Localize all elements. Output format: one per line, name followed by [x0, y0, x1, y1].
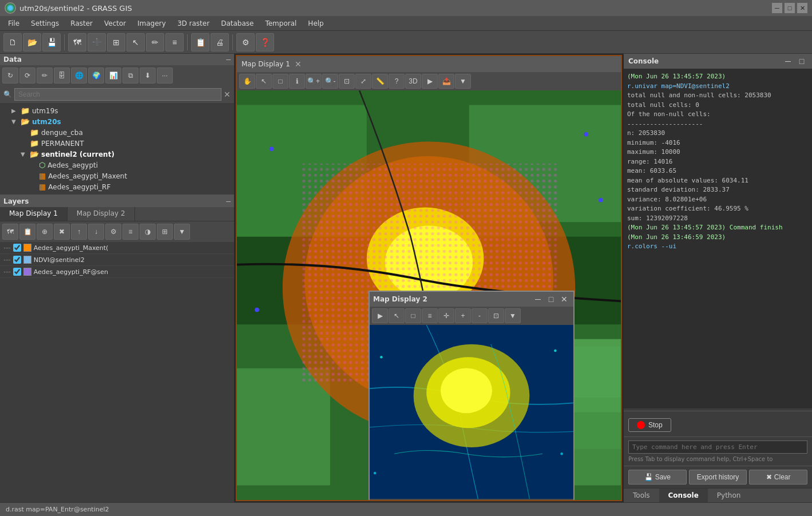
tree-item-utm20s[interactable]: ▼ 📂 utm20s — [0, 116, 234, 127]
map1-more-btn[interactable]: ▼ — [455, 74, 471, 89]
map1-pointer-btn[interactable]: ↖ — [256, 74, 272, 89]
map1-info-btn[interactable]: ℹ — [289, 74, 305, 89]
tab-tools[interactable]: Tools — [624, 489, 659, 502]
layer-settings-btn[interactable]: ⚙ — [105, 224, 121, 240]
reload-btn[interactable]: ⟳ — [19, 68, 35, 84]
digitize-btn[interactable]: ✏ — [146, 33, 164, 51]
attribute-btn[interactable]: ≡ — [165, 33, 184, 51]
globe2-btn[interactable]: 🌍 — [88, 68, 104, 84]
layer-opacity-btn[interactable]: ◑ — [140, 224, 156, 240]
add-layer-btn[interactable]: ➕ — [88, 33, 106, 51]
map2-extent-btn[interactable]: ⊡ — [488, 308, 504, 323]
move-down-btn[interactable]: ↓ — [88, 224, 104, 240]
tree-item-permanent[interactable]: 📁 PERMANENT — [0, 138, 234, 149]
clear-button[interactable]: ✖ Clear — [749, 470, 807, 485]
globe1-btn[interactable]: 🌐 — [71, 68, 87, 84]
menu-3draster[interactable]: 3D raster — [172, 18, 215, 29]
help-btn[interactable]: ❓ — [256, 33, 274, 51]
tree-item-aedes-maxent[interactable]: ▦ Aedes_aegypti_Maxent — [0, 170, 234, 181]
map2-render-btn[interactable]: ▶ — [372, 308, 388, 323]
import-btn[interactable]: ⬇ — [140, 68, 156, 84]
map-display-1-close[interactable]: ✕ — [295, 59, 302, 69]
save-btn[interactable]: 💾 — [42, 33, 61, 51]
menu-database[interactable]: Database — [215, 18, 259, 29]
map1-zoom-region-btn[interactable]: ⤢ — [355, 74, 371, 89]
display-btn[interactable]: 🗺 — [68, 33, 86, 51]
workspace-btn[interactable]: 📋 — [191, 33, 209, 51]
map1-3d-btn[interactable]: 3D — [405, 74, 421, 89]
tree-item-dengue[interactable]: 📁 dengue_cba — [0, 127, 234, 138]
save-button[interactable]: 💾 Save — [628, 470, 687, 485]
chart-btn[interactable]: 📊 — [105, 68, 121, 84]
console-minimize-btn[interactable]: ─ — [782, 55, 794, 67]
map2-minimize-btn[interactable]: ─ — [532, 293, 544, 305]
menu-vector[interactable]: Vector — [98, 18, 132, 29]
stop-button[interactable]: Stop — [628, 418, 671, 432]
refresh-data-btn[interactable]: ↻ — [2, 68, 18, 84]
dots-btn[interactable]: ··· — [157, 68, 173, 84]
layer-checkbox-3[interactable] — [13, 268, 21, 276]
map1-zoomin-btn[interactable]: 🔍+ — [306, 74, 322, 89]
list-item[interactable]: ···· NDVI@sentinel2 — [0, 254, 234, 266]
map2-close-btn[interactable]: ✕ — [559, 293, 570, 305]
map2-more-btn[interactable]: ▼ — [505, 308, 521, 323]
map2-restore-btn[interactable]: □ — [545, 293, 557, 305]
list-item[interactable]: ···· Aedes_aegypti_Maxent( — [0, 242, 234, 254]
search-clear-btn[interactable]: ✕ — [224, 90, 231, 99]
layer-attr-btn[interactable]: ≡ — [122, 224, 138, 240]
open-btn[interactable]: 📂 — [23, 33, 41, 51]
grid-btn[interactable]: ⊞ — [107, 33, 125, 51]
restore-button[interactable]: □ — [785, 3, 795, 13]
map1-render-btn[interactable]: ▶ — [422, 74, 438, 89]
minimize-button[interactable]: ─ — [772, 3, 782, 13]
map1-export-btn[interactable]: 📤 — [438, 74, 454, 89]
tab-map-display-2[interactable]: Map Display 2 — [68, 207, 135, 221]
add-raster-btn[interactable]: 🗺 — [2, 224, 18, 240]
map1-query-btn[interactable]: ? — [389, 74, 405, 89]
tab-console[interactable]: Console — [659, 489, 708, 502]
add-vector-btn[interactable]: 📋 — [19, 224, 35, 240]
menu-raster[interactable]: Raster — [65, 18, 98, 29]
add-rgb-btn[interactable]: ⊕ — [37, 224, 53, 240]
map2-pointer-btn[interactable]: ↖ — [389, 308, 405, 323]
tree-item-aedes-rf[interactable]: ▦ Aedes_aegypti_RF — [0, 181, 234, 192]
data-section-collapse[interactable]: ─ — [226, 56, 231, 63]
print-btn[interactable]: 🖨 — [211, 33, 229, 51]
menu-imagery[interactable]: Imagery — [132, 18, 172, 29]
menu-settings[interactable]: Settings — [25, 18, 65, 29]
edit-data-btn[interactable]: ✏ — [37, 68, 53, 84]
map1-measure-btn[interactable]: 📏 — [372, 74, 388, 89]
select-btn[interactable]: ↖ — [126, 33, 145, 51]
map2-canvas[interactable] — [370, 325, 573, 499]
map2-select-btn[interactable]: □ — [405, 308, 421, 323]
search-input[interactable] — [14, 88, 221, 101]
db-btn[interactable]: 🗄 — [54, 68, 70, 84]
map1-select-btn[interactable]: □ — [272, 74, 288, 89]
layer-checkbox-2[interactable] — [13, 256, 21, 264]
map2-move-btn[interactable]: ✛ — [438, 308, 454, 323]
map2-query-btn[interactable]: ≡ — [422, 308, 438, 323]
map1-zoomout-btn[interactable]: 🔍- — [322, 74, 338, 89]
layer-menu-btn[interactable]: ▼ — [174, 224, 190, 240]
move-up-btn[interactable]: ↑ — [71, 224, 87, 240]
delete-layer-btn[interactable]: ✖ — [54, 224, 70, 240]
list-item[interactable]: ···· Aedes_aegypti_RF@sen — [0, 266, 234, 278]
map2-zoomout-btn[interactable]: - — [472, 308, 488, 323]
settings2-btn[interactable]: ⚙ — [236, 33, 255, 51]
tree-item-sentinel2[interactable]: ▼ 📂 sentinel2 (current) — [0, 149, 234, 160]
menu-help[interactable]: Help — [302, 18, 329, 29]
map1-pan-btn[interactable]: ✋ — [239, 74, 255, 89]
menu-temporal[interactable]: Temporal — [259, 18, 302, 29]
tree-item-aedes[interactable]: ⬡ Aedes_aegypti — [0, 160, 234, 170]
map1-extent-btn[interactable]: ⊡ — [339, 74, 355, 89]
menu-file[interactable]: File — [2, 18, 25, 29]
close-button[interactable]: ✕ — [797, 3, 807, 13]
console-restore-btn[interactable]: □ — [796, 55, 807, 67]
map-1-canvas[interactable]: Map Display 2 ─ □ ✕ ▶ ↖ □ ≡ ✛ + — [237, 90, 621, 500]
tab-python[interactable]: Python — [708, 489, 750, 502]
map2-zoomin-btn[interactable]: + — [455, 308, 471, 323]
layer-more-btn[interactable]: ⊞ — [157, 224, 173, 240]
layers-section-collapse[interactable]: ─ — [226, 198, 231, 205]
export-history-button[interactable]: Export history — [689, 470, 747, 485]
tree-item-utm19s[interactable]: ▶ 📁 utm19s — [0, 105, 234, 116]
